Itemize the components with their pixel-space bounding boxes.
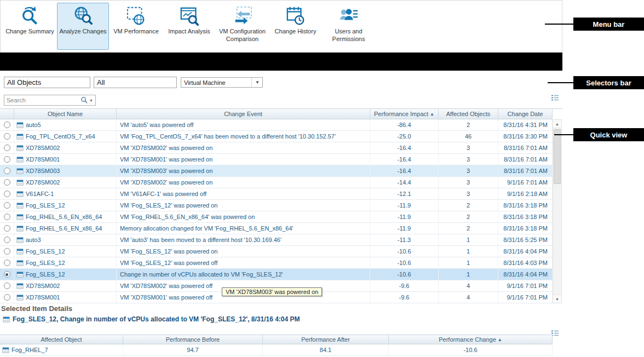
- table-row[interactable]: auto3VM 'auto3' has been moved to a diff…: [0, 234, 553, 246]
- table-row[interactable]: Fog_SLES_12VM 'Fog_SLES_12' was powered …: [0, 200, 553, 211]
- table-row[interactable]: Fog_SLES_12VM 'Fog_SLES_12' was powered …: [0, 257, 553, 269]
- vm-icon: [16, 179, 24, 186]
- affected-objects: 1: [439, 246, 498, 257]
- group-selector[interactable]: All: [94, 77, 177, 88]
- row-radio[interactable]: [4, 260, 10, 266]
- quick-view-options-icon[interactable]: [550, 94, 560, 101]
- menu-item-users-and-permissions[interactable]: Users and Permissions: [323, 3, 375, 50]
- details-heading: Selected Item Details: [1, 304, 72, 313]
- column-header-affected-objects[interactable]: Affected Objects: [439, 109, 498, 119]
- row-radio[interactable]: [4, 191, 10, 197]
- quick-view-body: auto5VM 'auto5' was powered off-86.428/3…: [0, 119, 553, 303]
- search-input[interactable]: Search ▼: [4, 95, 96, 106]
- row-radio[interactable]: [4, 225, 10, 232]
- annotation-selectors-bar: Selectors bar: [573, 76, 644, 89]
- change-date: 8/31/16 3:18 PM: [498, 223, 553, 234]
- column-header-performance-change[interactable]: Performance Change▲: [389, 335, 553, 344]
- affected-objects: 3: [439, 188, 498, 199]
- table-row[interactable]: XD78SM002VM 'XD78SM002' was powered on-1…: [0, 177, 553, 188]
- menu-item-change-summary[interactable]: Change Summary: [4, 3, 56, 50]
- table-row[interactable]: Fog_TPL_CentOS_7_x64VM 'Fog_TPL_CentOS_7…: [0, 131, 553, 142]
- table-row[interactable]: Fog_RHEL_5.6_EN_x86_64VM 'Fog_RHEL_5.6_E…: [0, 211, 553, 223]
- table-row[interactable]: XD78SM003VM 'XD78SM003' was powered on-1…: [0, 165, 553, 177]
- performance-impact: -11.9: [370, 211, 439, 222]
- menu-item-label: VM Performance: [113, 28, 159, 36]
- table-row[interactable]: Fog_RHEL_5.6_EN_x86_64Memory allocation …: [0, 223, 553, 234]
- row-radio[interactable]: [4, 248, 10, 255]
- column-header-performance-impact[interactable]: Performance Impact▲: [370, 109, 439, 119]
- change-event: VM 'V61AFC-1' was powered off: [117, 188, 370, 199]
- vertical-scrollbar[interactable]: ▲ ▼: [553, 119, 562, 303]
- object-name: Fog_RHEL_5.6_EN_x86_64: [26, 225, 102, 232]
- object-name: auto3: [26, 237, 41, 243]
- menu-item-vm-configuration-comparison[interactable]: VM Configuration Comparison: [216, 3, 268, 50]
- change-date: 9/1/16 7:01 PM: [498, 280, 553, 291]
- users-and-permissions-icon: [338, 5, 360, 27]
- column-header-change-date[interactable]: Change Date: [498, 109, 553, 119]
- row-radio[interactable]: [4, 168, 10, 174]
- column-header-change-event[interactable]: Change Event: [117, 109, 370, 119]
- row-radio[interactable]: [4, 271, 10, 278]
- black-banner: [0, 53, 562, 71]
- performance-impact: -9.6: [370, 292, 439, 303]
- performance-impact: -10.6: [370, 257, 439, 268]
- row-radio[interactable]: [4, 145, 10, 151]
- column-header-affected-object[interactable]: Affected Object: [0, 335, 123, 344]
- row-radio[interactable]: [4, 179, 10, 186]
- row-radio[interactable]: [4, 214, 10, 220]
- table-row[interactable]: XD78SM001VM 'XD78SM001' was powered on-1…: [0, 154, 553, 165]
- row-radio[interactable]: [4, 133, 10, 140]
- table-row[interactable]: XD78SM002VM 'XD78SM002' was powered on-1…: [0, 142, 553, 154]
- search-options-chevron-icon[interactable]: ▼: [89, 99, 93, 102]
- table-row[interactable]: auto5VM 'auto5' was powered off-86.428/3…: [0, 119, 553, 131]
- affected-objects: 2: [439, 211, 498, 222]
- screenshot-stage: Change SummaryAnalyze ChangesVM Performa…: [0, 0, 644, 357]
- column-header-object-name[interactable]: Object Name: [14, 109, 117, 119]
- search-icon[interactable]: [81, 96, 88, 105]
- menu-item-analyze-changes[interactable]: Analyze Changes: [57, 3, 109, 50]
- performance-impact: -14.4: [370, 177, 439, 188]
- column-header-performance-after[interactable]: Performance After: [263, 335, 389, 344]
- group-selector-value: All: [97, 78, 105, 87]
- annotation-line-selectors-bar: [548, 82, 573, 83]
- scroll-up-button[interactable]: ▲: [553, 120, 561, 128]
- change-date: 8/31/16 7:01 AM: [498, 154, 553, 165]
- quick-view-table: Object Name Change Event Performance Imp…: [0, 108, 562, 303]
- row-radio[interactable]: [4, 237, 10, 243]
- table-row[interactable]: Fog_RHEL_7 94.7 84.1 -10.6: [0, 344, 553, 356]
- row-radio[interactable]: [4, 283, 10, 289]
- column-header-performance-before[interactable]: Performance Before: [123, 335, 263, 344]
- change-date: 9/1/16 7:01 AM: [498, 177, 553, 188]
- table-row[interactable]: Fog_SLES_12Change in number of vCPUs all…: [0, 269, 553, 280]
- vm-icon: [16, 260, 24, 267]
- change-date: 8/31/16 4:04 PM: [498, 269, 553, 280]
- vm-configuration-comparison-icon: [232, 5, 254, 27]
- table-row[interactable]: Fog_SLES_12VM 'Fog_SLES_12' was powered …: [0, 246, 553, 257]
- row-radio[interactable]: [4, 294, 10, 301]
- scroll-down-button[interactable]: ▼: [553, 295, 561, 303]
- scope-selector[interactable]: All Objects: [4, 77, 90, 88]
- row-radio[interactable]: [4, 202, 10, 209]
- change-history-icon: [285, 5, 307, 27]
- change-date: 8/31/16 3:18 PM: [498, 211, 553, 222]
- menu-item-vm-performance[interactable]: VM Performance: [110, 3, 162, 50]
- selected-item-summary: Fog_SLES_12, Change in number of vCPUs a…: [3, 315, 300, 323]
- performance-impact: -25.0: [370, 131, 439, 142]
- menu-item-impact-analysis[interactable]: Impact Analysis: [163, 3, 215, 50]
- performance-impact: -16.4: [370, 154, 439, 165]
- object-type-selector[interactable]: Virtual Machine ▼: [181, 77, 263, 88]
- menu-item-change-history[interactable]: Change History: [269, 3, 321, 50]
- row-radio[interactable]: [4, 156, 10, 163]
- affected-objects: 3: [439, 165, 498, 176]
- vm-icon: [16, 168, 24, 175]
- row-radio[interactable]: [4, 122, 10, 128]
- vm-icon: [16, 122, 24, 129]
- scrollbar-thumb[interactable]: [554, 129, 561, 184]
- menu-item-label: Analyze Changes: [59, 28, 106, 36]
- table-row[interactable]: V61AFC-1VM 'V61AFC-1' was powered off-12…: [0, 188, 553, 200]
- sort-ascending-icon: ▲: [498, 337, 502, 342]
- quick-view-header: Object Name Change Event Performance Imp…: [0, 109, 553, 119]
- annotation-line-menu-bar: [545, 24, 573, 25]
- performance-impact: -10.6: [370, 246, 439, 257]
- annotation-quick-view: Quick view: [573, 128, 644, 141]
